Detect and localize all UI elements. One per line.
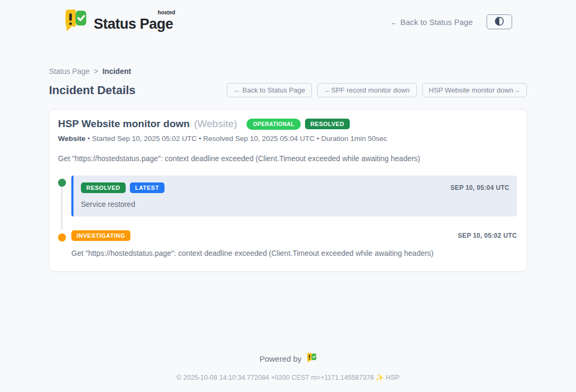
incident-service: Website	[58, 135, 86, 143]
brand-name: Status Page hosted	[94, 12, 173, 32]
timeline-dot-orange	[58, 233, 66, 241]
footer: Powered by © 2025-10-08 14:10:34.772084 …	[0, 353, 576, 392]
prev-incident-button[interactable]: ←SPF record monitor down	[317, 83, 416, 97]
operational-badge: OPERATIONAL	[246, 119, 301, 130]
timeline-rail	[61, 183, 62, 230]
brand-logo-icon	[63, 9, 87, 35]
breadcrumb: Status Page > Incident	[49, 67, 527, 76]
latest-badge: LATEST	[130, 182, 164, 193]
page-title: Incident Details	[49, 84, 136, 97]
incident-meta-details: • Started Sep 10, 2025 05:02 UTC • Resol…	[87, 135, 387, 143]
timeline-timestamp: SEP 10, 05:02 UTC	[458, 232, 517, 239]
copyright-text: © 2025-10-08 14:10:34.772084 +0200 CEST …	[0, 373, 576, 381]
powered-by-label: Powered by	[259, 354, 301, 363]
incident-card: HSP Website monitor down (Website) OPERA…	[49, 109, 527, 272]
breadcrumb-separator: >	[94, 67, 98, 76]
incident-description: Get "https://hostedstatus.page": context…	[58, 154, 517, 163]
incident-timeline: RESOLVED LATEST SEP 10, 05:04 UTC Servic…	[58, 176, 517, 257]
brand-superscript: hosted	[158, 10, 175, 15]
header: Status Page hosted ← Back to Status Page	[0, 0, 576, 35]
timeline-dot-green	[58, 179, 66, 187]
incident-scope: (Website)	[194, 118, 237, 130]
incident-nav-buttons: ← Back to Status Page ←SPF record monito…	[227, 83, 527, 97]
timeline-entry-investigating: INVESTIGATING SEP 10, 05:02 UTC Get "htt…	[71, 230, 517, 257]
breadcrumb-incident: Incident	[102, 67, 131, 76]
powered-by-link[interactable]: Powered by	[259, 353, 316, 365]
brand-logo-small-icon	[306, 353, 317, 365]
investigating-badge: INVESTIGATING	[71, 230, 130, 241]
theme-toggle-button[interactable]	[487, 14, 512, 29]
header-back-link[interactable]: ← Back to Status Page	[390, 18, 473, 27]
half-circle-icon	[494, 16, 505, 28]
timeline-message: Get "https://hostedstatus.page": context…	[71, 249, 517, 257]
incident-title: HSP Website monitor down	[58, 118, 190, 130]
next-incident-button[interactable]: HSP Website monitor down→	[422, 83, 527, 97]
incident-meta: Website • Started Sep 10, 2025 05:02 UTC…	[58, 135, 517, 143]
resolved-status-badge: RESOLVED	[305, 119, 350, 129]
back-to-status-page-button[interactable]: ← Back to Status Page	[227, 83, 312, 97]
main-content: Status Page > Incident Incident Details …	[49, 35, 527, 272]
resolved-badge: RESOLVED	[81, 182, 126, 193]
timeline-timestamp: SEP 10, 05:04 UTC	[450, 184, 509, 191]
timeline-entry-resolved: RESOLVED LATEST SEP 10, 05:04 UTC Servic…	[71, 176, 517, 216]
breadcrumb-status-page[interactable]: Status Page	[49, 67, 89, 76]
timeline-message: Service restored	[81, 200, 509, 208]
brand-logo[interactable]: Status Page hosted	[63, 9, 173, 35]
